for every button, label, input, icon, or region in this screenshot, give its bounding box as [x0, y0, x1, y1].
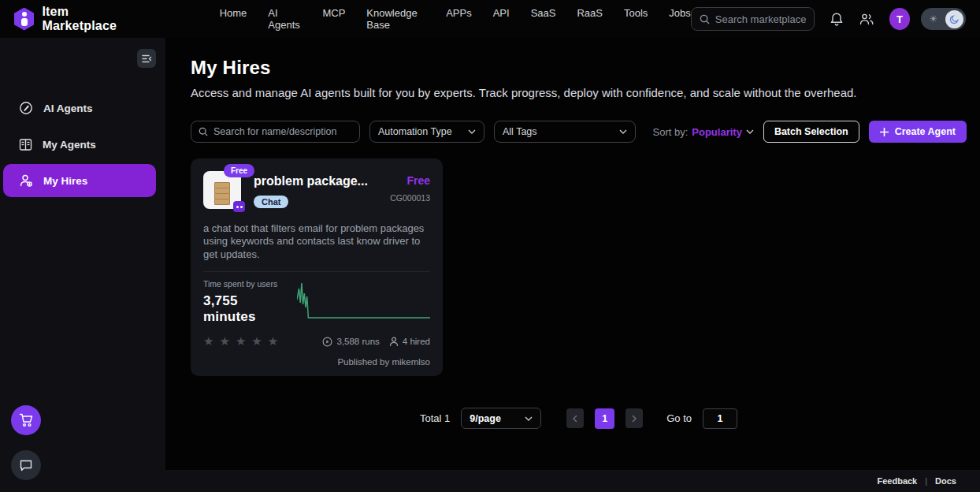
main-nav: Home AI Agents MCP Knowledge Base APPs A…: [220, 7, 691, 31]
pagination-total: Total 1: [420, 412, 450, 424]
moon-icon: [949, 14, 960, 24]
feedback-link[interactable]: Feedback: [877, 476, 917, 486]
sidebar-item-label: AI Agents: [43, 102, 93, 114]
time-spent-value: 3,755 minutes: [203, 293, 291, 325]
footer-bar: Feedback | Docs: [0, 470, 980, 492]
runs-play-icon: [322, 337, 332, 347]
sort-value[interactable]: Popularity: [692, 126, 742, 138]
chat-button[interactable]: [11, 450, 41, 480]
goto-page-input[interactable]: [703, 408, 737, 429]
automation-type-value: Automation Type: [378, 126, 452, 137]
next-page-button[interactable]: [625, 408, 643, 428]
tag-chat[interactable]: Chat: [254, 196, 288, 208]
sidebar-item-label: My Hires: [43, 175, 87, 187]
filter-bar: Automation Type All Tags Sort by: Popula…: [191, 121, 967, 143]
chevron-down-icon: [468, 129, 476, 134]
automation-type-select[interactable]: Automation Type: [369, 121, 484, 143]
name-search-input[interactable]: [213, 126, 347, 137]
star-icon: ★: [219, 334, 235, 348]
nav-item-tools[interactable]: Tools: [624, 7, 648, 31]
page-number-1[interactable]: 1: [595, 408, 614, 429]
star-icon: ★: [268, 334, 284, 348]
sort-control: Sort by: Popularity: [653, 126, 754, 138]
sparkline-path: [297, 283, 430, 318]
time-sparkline: [297, 281, 430, 320]
chevron-left-icon: [573, 415, 577, 423]
agent-title[interactable]: problem package...: [254, 174, 368, 188]
chevron-down-icon[interactable]: [746, 129, 754, 134]
price-label: Free: [390, 174, 430, 187]
user-avatar[interactable]: T: [889, 8, 910, 30]
nav-item-jobs[interactable]: Jobs: [669, 7, 690, 31]
name-search-field[interactable]: [191, 121, 360, 143]
page: Item Marketplace Home AI Agents MCP Know…: [0, 0, 980, 492]
sidebar-menu: AI Agents My Agents My Hires: [3, 91, 156, 197]
page-subtitle: Access and manage AI agents built for yo…: [191, 86, 967, 99]
time-spent-block: Time spent by users 3,755 minutes: [203, 279, 291, 325]
footer-divider: |: [925, 476, 927, 486]
runs-stat: 3,588 runs: [322, 337, 379, 347]
pagination: Total 1 9/page 1 Go to: [191, 408, 967, 429]
chevron-right-icon: [632, 415, 637, 423]
ai-agents-icon: [19, 101, 33, 115]
sidebar-item-my-agents[interactable]: My Agents: [3, 128, 156, 161]
per-page-select[interactable]: 9/page: [461, 408, 541, 429]
prev-page-button[interactable]: [566, 408, 584, 428]
packages-image: [214, 183, 230, 205]
dark-mode-knob: [945, 10, 963, 28]
tags-select[interactable]: All Tags: [494, 121, 636, 143]
cart-button[interactable]: [11, 405, 41, 435]
top-header: Item Marketplace Home AI Agents MCP Know…: [0, 0, 980, 38]
chevron-down-icon: [619, 129, 627, 134]
bot-icon: [233, 201, 245, 212]
goto-label: Go to: [666, 412, 692, 424]
batch-selection-button[interactable]: Batch Selection: [763, 121, 859, 143]
nav-item-knowledge-base[interactable]: Knowledge Base: [366, 7, 425, 31]
sidebar-item-my-hires[interactable]: My Hires: [3, 164, 156, 197]
sort-label: Sort by:: [653, 126, 689, 138]
docs-link[interactable]: Docs: [935, 476, 956, 486]
chat-bubble-icon: [19, 459, 33, 472]
nav-item-home[interactable]: Home: [220, 7, 247, 31]
time-spent-label: Time spent by users: [203, 279, 291, 289]
brand-title: Item Marketplace: [42, 5, 140, 33]
marketplace-search-input[interactable]: [715, 13, 806, 25]
community-users-icon[interactable]: [859, 12, 874, 26]
hired-person-icon: [389, 337, 399, 347]
light-mode-sun-icon: ☀: [929, 13, 937, 24]
marketplace-search[interactable]: [691, 7, 815, 31]
free-badge: Free: [224, 164, 254, 177]
sidebar-item-ai-agents[interactable]: AI Agents: [3, 91, 156, 125]
card-divider: [203, 271, 430, 272]
nav-item-api[interactable]: API: [493, 7, 510, 31]
agent-description: a chat bot that filters email for proble…: [203, 222, 430, 261]
hired-value: 4 hired: [403, 337, 430, 346]
theme-toggle[interactable]: ☀: [921, 8, 966, 30]
tags-value: All Tags: [503, 126, 537, 137]
create-agent-button[interactable]: Create Agent: [869, 121, 967, 143]
chevron-down-icon: [525, 416, 533, 421]
my-agents-icon: [19, 138, 32, 151]
agent-card[interactable]: Free problem package... Chat Free CG0000…: [191, 158, 443, 376]
rating-stars[interactable]: ★★★★★: [203, 334, 284, 348]
nav-item-mcp[interactable]: MCP: [322, 7, 345, 31]
per-page-value: 9/page: [470, 413, 501, 424]
page-title: My Hires: [191, 57, 967, 79]
nav-item-raas[interactable]: RaaS: [577, 7, 603, 31]
cart-icon: [19, 413, 34, 427]
nav-item-ai-agents[interactable]: AI Agents: [268, 7, 301, 31]
nav-item-saas[interactable]: SaaS: [531, 7, 556, 31]
create-agent-label: Create Agent: [895, 126, 956, 137]
agent-id: CG000013: [390, 193, 430, 203]
search-icon: [700, 14, 710, 24]
published-by: Published by mikemlso: [203, 357, 430, 367]
notifications-bell-icon[interactable]: [830, 12, 844, 27]
plus-icon: [880, 128, 889, 136]
runs-value: 3,588 runs: [336, 337, 379, 346]
nav-item-apps[interactable]: APPs: [446, 7, 472, 31]
sidebar-collapse-button[interactable]: [137, 49, 156, 68]
collapse-icon: [142, 54, 152, 63]
hired-stat: 4 hired: [389, 337, 430, 347]
brand-logo-icon: [14, 8, 34, 31]
star-icon: ★: [236, 334, 251, 348]
